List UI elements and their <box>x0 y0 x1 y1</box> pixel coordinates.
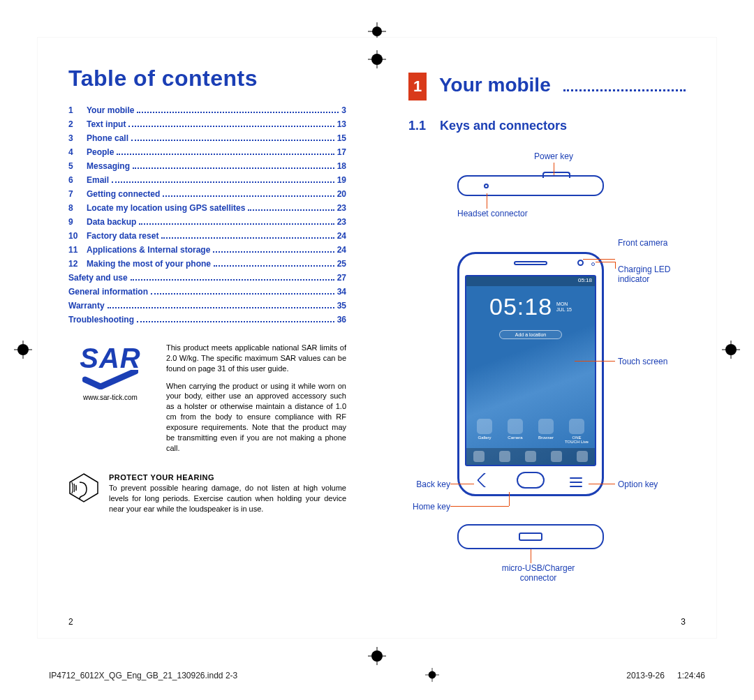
app-shortcut: ONE TOUCH Live <box>565 419 589 444</box>
app-label: Browser <box>534 435 558 440</box>
toc-entry: Safety and use27 <box>68 271 346 284</box>
toc-entry: 8Locate my location using GPS satellites… <box>68 202 346 214</box>
toc-entry-label: Troubleshooting <box>68 313 134 326</box>
page-spread: Table of contents 1Your mobile32Text inp… <box>38 38 716 638</box>
toc-entry-number: 8 <box>68 202 87 214</box>
toc-entry-label: Messaging <box>87 160 130 172</box>
toc-entry-leader <box>137 321 334 322</box>
label-headset: Headset connector <box>457 209 528 218</box>
section-number: 1.1 <box>408 119 426 133</box>
lead-back-key <box>450 484 474 484</box>
toc-entry: 4People17 <box>68 146 346 158</box>
front-camera-icon <box>577 260 584 266</box>
toc-entry-label: Email <box>87 174 109 186</box>
toc-entry-label: Data backup <box>87 216 136 228</box>
section-heading: 1.1 Keys and connectors <box>408 119 686 133</box>
toc-entry-leader <box>128 126 334 127</box>
toc-entry: 7Getting connected20 <box>68 188 346 200</box>
hearing-heading: PROTECT YOUR HEARING <box>109 473 214 482</box>
toc-entry-label: General information <box>68 285 148 298</box>
toc-entry-page: 20 <box>337 188 346 200</box>
hearing-block: PROTECT YOUR HEARING To prevent possible… <box>68 472 346 514</box>
toc-entry-number: 1 <box>68 104 87 117</box>
toc-entry-number: 2 <box>68 118 87 131</box>
status-time: 05:18 <box>578 277 592 283</box>
toc-entry-page: 17 <box>337 146 346 158</box>
svg-marker-10 <box>70 474 98 502</box>
toc-entry-leader <box>117 154 334 155</box>
dock-icon <box>473 451 485 462</box>
app-label: ONE TOUCH Live <box>565 435 589 444</box>
toc-entry: 9Data backup23 <box>68 216 346 228</box>
toc-entry-page: 25 <box>337 258 346 270</box>
dock-icon <box>577 451 588 462</box>
toc-entry-page: 13 <box>337 118 346 131</box>
app-icon <box>508 419 523 434</box>
sar-paragraph-1: This product meets applicable national S… <box>166 343 346 374</box>
chapter-heading: 1 Your mobile <box>408 73 686 100</box>
lead-power-key <box>554 163 554 175</box>
toc-entry-number: 10 <box>68 230 87 242</box>
lead-usb <box>531 549 531 563</box>
toc-entry: General information34 <box>68 285 346 298</box>
toc-entry: 12Making the most of your phone25 <box>68 258 346 270</box>
toc-entry-label: Locate my location using GPS satellites <box>87 202 245 214</box>
clock-day: MON <box>556 301 568 306</box>
usb-port-icon <box>519 533 542 541</box>
charging-led-icon <box>591 262 595 266</box>
lead-touch-screen <box>575 361 615 362</box>
toc-entry: 1Your mobile3 <box>68 104 346 117</box>
section-title: Keys and connectors <box>440 119 567 133</box>
chapter-dots <box>563 89 686 91</box>
lead-charging-led-v <box>615 262 616 269</box>
registration-mark-gutter-top <box>368 50 386 68</box>
toc-entry-number: 3 <box>68 132 87 144</box>
toc-entry-label: Making the most of your phone <box>87 258 211 270</box>
phone-top-view <box>457 175 604 196</box>
page-number-left: 2 <box>68 617 73 627</box>
print-slug: IP4712_6012X_QG_Eng_GB_21_130926.indd 2-… <box>38 668 716 683</box>
toc-entry-label: Safety and use <box>68 271 128 284</box>
sar-body: This product meets applicable national S… <box>166 343 346 460</box>
back-key-icon <box>477 472 493 489</box>
toc-entry-page: 23 <box>337 216 346 228</box>
registration-mark-left <box>14 341 32 359</box>
toc-entry-number: 11 <box>68 244 87 256</box>
dock <box>466 448 595 465</box>
toc-entry-leader <box>131 279 334 281</box>
toc-entry: 3Phone call15 <box>68 132 346 144</box>
phone-front-view: 05:18 05:18 MON JUL 15 Add a location Ga… <box>457 252 604 496</box>
toc-entry-label: People <box>87 146 114 158</box>
toc-entry-page: 3 <box>341 104 346 117</box>
toc-entry-label: Text input <box>87 118 126 131</box>
toc-title: Table of contents <box>68 66 346 91</box>
toc-entry-page: 34 <box>337 285 346 298</box>
hearing-text: PROTECT YOUR HEARING To prevent possible… <box>109 472 346 514</box>
toc-entry-number: 12 <box>68 258 87 270</box>
toc-entry-number: 5 <box>68 160 87 172</box>
toc-entry-page: 24 <box>337 230 346 242</box>
lead-option-key <box>589 484 615 484</box>
app-icon <box>477 419 492 434</box>
label-touch-screen: Touch screen <box>618 357 667 366</box>
toc-entry-page: 15 <box>337 132 346 144</box>
lead-home-key-v <box>509 492 510 506</box>
clock-date-text: JUL 15 <box>556 307 572 312</box>
sar-logo-text: SAR <box>68 343 152 374</box>
sar-url: www.sar-tick.com <box>68 394 152 401</box>
toc-entry: 6Email19 <box>68 174 346 186</box>
registration-mark-footer <box>425 668 439 682</box>
print-slug-time: 1:24:46 <box>677 671 705 680</box>
chapter-title: Your mobile <box>439 74 551 96</box>
toc-entry-label: Phone call <box>87 132 128 144</box>
toc-entry-page: 18 <box>337 160 346 172</box>
toc-entry-page: 24 <box>337 244 346 256</box>
toc-entry-page: 23 <box>337 202 346 214</box>
label-charging-led: Charging LED indicator <box>618 265 681 285</box>
toc-entry-leader <box>137 112 339 113</box>
sar-block: SAR www.sar-tick.com This product meets … <box>68 343 346 460</box>
toc-entry-label: Getting connected <box>87 188 160 200</box>
home-key-icon <box>517 472 545 489</box>
toc-entry-number: 7 <box>68 188 87 200</box>
label-option-key: Option key <box>618 479 658 489</box>
